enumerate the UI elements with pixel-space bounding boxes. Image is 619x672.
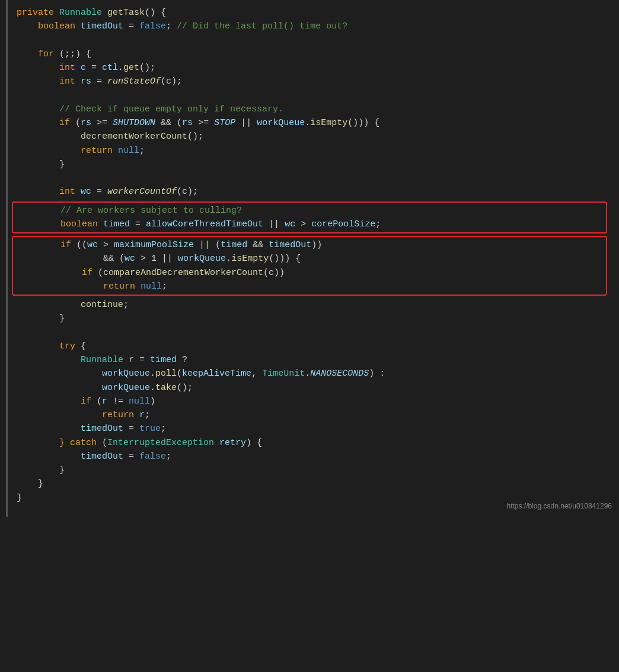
code-line: if (r != null) — [12, 395, 607, 408]
code-line: boolean timed = allowCoreThreadTimeOut |… — [13, 217, 606, 231]
code-line: // Check if queue empty only if necessar… — [12, 103, 607, 116]
code-line: Runnable r = timed ? — [12, 353, 607, 367]
code-line — [12, 326, 607, 340]
code-line: // Are workers subject to culling? — [13, 204, 606, 217]
code-line: timedOut = true; — [12, 422, 607, 436]
code-line: } — [12, 158, 607, 171]
code-line: } — [12, 312, 607, 325]
code-line: int rs = runStateOf(c); — [12, 75, 607, 88]
code-line: private Runnable getTask() { — [12, 6, 607, 20]
code-block: private Runnable getTask() { boolean tim… — [12, 6, 607, 505]
code-line: try { — [12, 340, 607, 353]
code-container: private Runnable getTask() { boolean tim… — [0, 0, 619, 517]
code-line — [12, 89, 607, 103]
code-line: if (rs >= SHUTDOWN && (rs >= STOP || wor… — [12, 116, 607, 130]
highlight-box-2: if ((wc > maximumPoolSize || (timed && t… — [12, 236, 607, 296]
code-line: return null; — [12, 144, 607, 158]
highlight-box-1: // Are workers subject to culling? boole… — [12, 201, 607, 234]
code-line: timedOut = false; — [12, 450, 607, 463]
code-line: int wc = workerCountOf(c); — [12, 185, 607, 199]
code-line: } catch (InterruptedException retry) { — [12, 436, 607, 450]
left-border — [6, 0, 8, 517]
code-line: workQueue.take(); — [12, 381, 607, 395]
code-line: int c = ctl.get(); — [12, 61, 607, 75]
code-line: && (wc > 1 || workQueue.isEmpty())) { — [13, 252, 606, 265]
code-line — [12, 171, 607, 185]
code-line: if (compareAndDecrementWorkerCount(c)) — [13, 266, 606, 280]
code-line: decrementWorkerCount(); — [12, 130, 607, 143]
code-line: for (;;) { — [12, 47, 607, 61]
code-line: if ((wc > maximumPoolSize || (timed && t… — [13, 238, 606, 252]
code-line — [12, 34, 607, 47]
code-line: } — [12, 477, 607, 491]
code-line: continue; — [12, 298, 607, 312]
code-line: return r; — [12, 408, 607, 422]
code-line: workQueue.poll(keepAliveTime, TimeUnit.N… — [12, 367, 607, 380]
code-line: return null; — [13, 280, 606, 293]
watermark: https://blog.csdn.net/u010841296 — [507, 501, 612, 512]
code-line: } — [12, 463, 607, 477]
code-line: boolean timedOut = false; // Did the las… — [12, 20, 607, 33]
